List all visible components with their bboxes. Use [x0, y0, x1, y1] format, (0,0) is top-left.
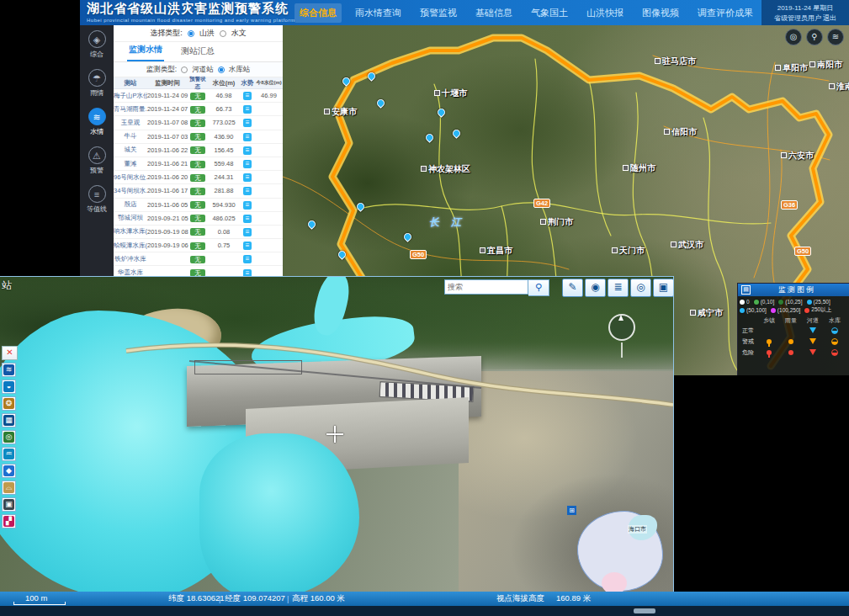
station-name[interactable]: 青马湖雨量.. [114, 105, 147, 114]
current-date: 2019-11-24 星期日 [761, 3, 849, 13]
station-name[interactable]: 殷店 [114, 200, 147, 209]
trend-icon[interactable] [243, 92, 252, 100]
trend-icon[interactable] [243, 228, 252, 236]
nav-item[interactable]: 预警监视 [415, 3, 462, 23]
响水潭水库(..[interactable]: 响水潭水库(.. 2019-09-19 08 无 0.08 [114, 226, 283, 239]
tab-station-summary[interactable]: 测站汇总 [179, 45, 216, 61]
sidebar-item-isoline[interactable]: ≡ 等值线 [80, 180, 114, 219]
nav-item[interactable]: 基础信息 [470, 3, 517, 23]
station-name[interactable]: 玉皇观 [114, 119, 147, 127]
image-button[interactable]: ▣ [653, 279, 674, 297]
station-name[interactable]: 城关 [114, 146, 147, 154]
殷店[interactable]: 殷店 2019-11-06 05 无 594.930 [114, 199, 283, 212]
edit-plot-button[interactable]: ✎ [562, 279, 583, 297]
close-icon[interactable]: ✕ [2, 346, 18, 360]
layers-button[interactable]: ≋ [827, 29, 844, 45]
radio-mountain-flood-label[interactable]: 山洪 [199, 28, 215, 39]
trend-icon[interactable] [243, 201, 252, 210]
34号闸坝水..[interactable]: 34号闸坝水.. 2019-11-06 17 无 281.88 [114, 184, 283, 198]
trend-icon[interactable] [243, 242, 252, 250]
search-button[interactable]: ⚲ [806, 29, 823, 45]
nav-item[interactable]: 图像视频 [637, 3, 684, 23]
radio-hydrology-label[interactable]: 水文 [231, 28, 247, 39]
webcam-button[interactable]: ◉ [585, 279, 606, 297]
sidebar-item-rain[interactable]: ☂ 雨情 [80, 64, 114, 103]
station-name[interactable]: 96号闸水位.. [114, 173, 147, 182]
current-user[interactable]: 省级管理员用户 退出 [761, 13, 849, 24]
radio-reservoir-station-label[interactable]: 水库站 [229, 65, 251, 75]
牛斗[interactable]: 牛斗 2019-11-07 03 无 436.90 [114, 130, 283, 144]
city-label: 淮南市 [829, 81, 849, 93]
96号闸水位..[interactable]: 96号闸水位.. 2019-11-06 20 无 244.31 [114, 171, 283, 184]
trend-icon[interactable] [243, 160, 252, 168]
sediment-tool-icon[interactable]: ❂ [2, 396, 16, 411]
water-region-tool-icon[interactable]: ◆ [2, 464, 16, 478]
nav-item[interactable]: 山洪快报 [581, 3, 629, 23]
viewport-tool-icon[interactable]: ▣ [2, 497, 16, 512]
玉皇观[interactable]: 玉皇观 2019-11-07 08 无 773.025 [114, 116, 283, 130]
sidebar-item-overview[interactable]: ◈ 综合 [80, 25, 114, 64]
splash-tool-icon[interactable]: ♒ [2, 447, 16, 461]
trend-icon[interactable] [243, 255, 252, 263]
青马湖雨量..[interactable]: 青马湖雨量.. 2019-11-24 07 无 66.73 [114, 103, 283, 116]
inset-map-icon[interactable]: ⊞ [567, 506, 576, 515]
梅子山P水位..[interactable]: 梅子山P水位.. 2019-11-24 09 无 46.98 46.99 [114, 89, 283, 103]
scale-label: (50,100] [746, 307, 767, 313]
search-input[interactable] [444, 279, 528, 295]
trend-icon[interactable] [243, 105, 252, 114]
sidebar-item-water[interactable]: ≋ 水情 [80, 103, 114, 141]
sidebar-item-warning[interactable]: ⚠ 预警 [80, 141, 114, 180]
董滩[interactable]: 董滩 2019-11-06 21 无 559.48 [114, 157, 283, 171]
legend-scale-entry: (100,250] [771, 306, 800, 314]
station-name[interactable]: 牛斗 [114, 132, 147, 141]
scrollbar-thumb[interactable] [634, 608, 655, 613]
terrain-tool-icon[interactable]: ⌓ [2, 481, 16, 495]
radio-river-station-label[interactable]: 河道站 [192, 65, 214, 75]
trend-icon[interactable] [243, 215, 252, 223]
station-name[interactable]: 响水潭水库(.. [114, 227, 147, 236]
城关[interactable]: 城关 2019-11-06 22 无 156.45 [114, 144, 283, 157]
蛤蟆潭水库(..[interactable]: 蛤蟆潭水库(.. 2019-09-19 06 无 0.75 [114, 239, 283, 252]
station-name[interactable]: 34号闸坝水.. [114, 187, 147, 195]
radio-hydrology[interactable] [220, 30, 226, 37]
trend-icon[interactable] [243, 119, 252, 127]
profile-chart-tool-icon[interactable]: ▞ [2, 514, 16, 528]
trend-icon[interactable] [243, 133, 252, 141]
station-name[interactable]: 董滩 [114, 160, 147, 168]
tab-monitor-water[interactable]: 监测水情 [127, 44, 164, 61]
scale-indicator: 100 m [25, 593, 47, 603]
compass-control[interactable] [608, 314, 635, 341]
station-name[interactable]: 鄂城河坝 [114, 214, 147, 222]
trend-icon[interactable] [243, 146, 252, 155]
nav-item[interactable]: 调查评价成果 [692, 3, 758, 23]
铁炉冲水库[interactable]: 铁炉冲水库 无 [114, 252, 283, 266]
trend-icon[interactable] [243, 173, 252, 182]
鄂城河坝[interactable]: 鄂城河坝 2019-09-21 05 无 486.025 [114, 212, 283, 226]
nav-item[interactable]: 气象国土 [526, 3, 573, 23]
overview-inset-map[interactable]: ⊞ 海口市 [565, 496, 669, 592]
locate-button[interactable]: ◎ [785, 29, 802, 45]
search-magnifier-icon[interactable]: ⚲ [528, 279, 549, 296]
app-branding: 湖北省省级山洪灾害监测预警系统 Hubei provincial mountai… [87, 1, 294, 23]
wave-field-tool-icon[interactable]: ▦ [2, 413, 16, 427]
station-name[interactable]: 梅子山P水位.. [114, 92, 147, 100]
radio-reservoir-station[interactable] [218, 66, 225, 73]
inset-district [602, 572, 627, 592]
user-box[interactable]: 2019-11-24 星期日 省级管理员用户 退出 [761, 0, 849, 25]
station-name[interactable]: 铁炉冲水库 [114, 255, 147, 263]
radio-mountain-flood[interactable] [188, 30, 194, 37]
nav-item[interactable]: 雨水情查询 [350, 3, 406, 23]
monitor-camera-tool-icon[interactable]: ◎ [2, 430, 16, 444]
river-warning-icon [809, 338, 816, 344]
trend-icon[interactable] [243, 187, 252, 195]
water-drop-tool-icon[interactable]: ◒ [2, 380, 16, 394]
eye-button[interactable]: ◎ [630, 279, 651, 297]
list-button[interactable]: ≣ [608, 279, 629, 297]
station-name[interactable]: 蛤蟆潭水库(.. [114, 242, 147, 250]
viewer-3d[interactable]: 站 ⚲ ✎ ◉ ≣ ◎ ▣ ⊕ ↶ ✕ [0, 276, 674, 592]
status-badge: 无 [190, 161, 205, 168]
nav-item[interactable]: 综合信息 [294, 3, 342, 23]
flood-wave-tool-icon[interactable]: ≋ [2, 363, 16, 377]
water-level: 46.98 [208, 92, 240, 99]
radio-river-station[interactable] [181, 66, 188, 73]
